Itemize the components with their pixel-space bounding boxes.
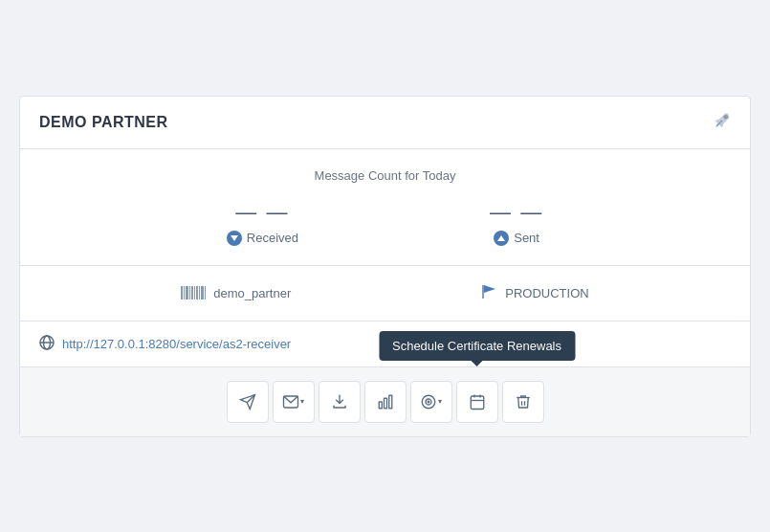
chart-button[interactable] [364,381,407,423]
toolbar: ▾ [227,381,544,423]
svg-point-0 [724,115,729,120]
email-button[interactable]: ▾ [273,381,315,423]
received-label: Received [227,231,298,246]
environment-item: PRODUCTION [482,285,588,301]
message-count-section: Message Count for Today — — Received — — [20,149,750,266]
svg-rect-3 [482,285,484,299]
svg-rect-13 [388,395,391,409]
environment-text: PRODUCTION [505,286,588,300]
url-text[interactable]: http://127.0.0.1:8280/service/as2-receiv… [62,337,291,351]
svg-point-16 [428,401,429,403]
globe-icon [39,335,55,353]
count-row: — — Received — — [39,200,731,246]
received-value: — — [235,200,289,225]
calendar-button-wrapper: Schedule Certificate Renewals [456,381,498,423]
card-header: DEMO PARTNER [20,97,750,149]
sent-icon [494,231,509,246]
svg-rect-12 [384,398,386,409]
received-count-item: — — Received [227,200,298,246]
partner-id-item: demo_partner [181,286,291,300]
flag-icon [482,285,497,301]
svg-marker-1 [231,235,238,241]
barcode-icon [181,286,206,299]
info-section: demo_partner PRODUCTION [20,266,750,321]
target-button[interactable]: ▾ [410,381,452,423]
sent-label: Sent [494,231,539,246]
svg-rect-11 [379,402,382,409]
card-title: DEMO PARTNER [39,114,168,131]
received-icon [227,231,242,246]
sent-count-item: — — Sent [490,200,543,246]
message-count-label: Message Count for Today [39,168,731,183]
url-section: http://127.0.0.1:8280/service/as2-receiv… [20,321,750,367]
svg-marker-2 [497,235,505,241]
toolbar-section: ▾ [20,367,750,436]
calendar-button[interactable] [456,381,498,423]
send-button[interactable] [227,381,269,423]
pin-icon[interactable] [714,112,731,133]
svg-marker-4 [484,285,495,293]
delete-button[interactable] [502,381,544,423]
sent-value: — — [490,200,543,225]
svg-rect-17 [471,396,484,410]
partner-card: DEMO PARTNER Message Count for Today — — [19,96,751,437]
import-button[interactable] [319,381,361,423]
partner-id-text: demo_partner [213,286,291,300]
